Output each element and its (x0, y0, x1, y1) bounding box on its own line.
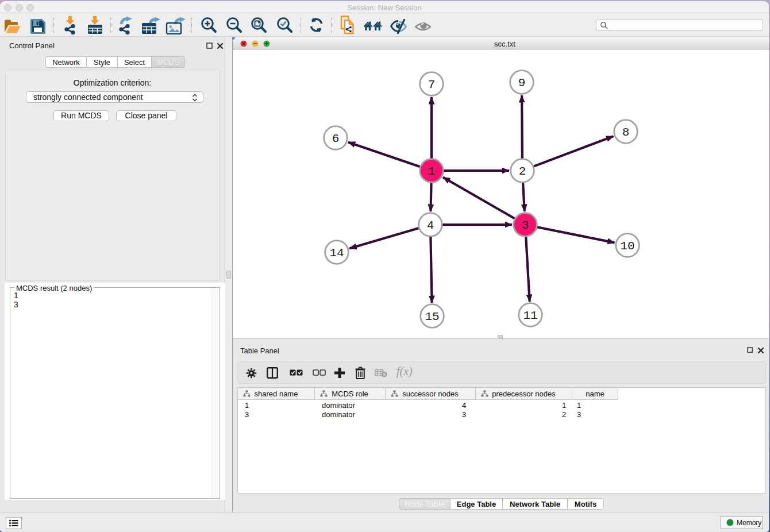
svg-text:6: 6 (332, 132, 340, 145)
svg-text:4: 4 (427, 219, 434, 232)
svg-text:15: 15 (425, 310, 439, 323)
svg-text:8: 8 (622, 126, 630, 139)
svg-text:9: 9 (518, 76, 526, 90)
svg-text:14: 14 (329, 246, 344, 260)
svg-text:11: 11 (523, 309, 537, 322)
svg-text:2: 2 (519, 165, 526, 178)
svg-text:1: 1 (428, 165, 436, 178)
svg-text:10: 10 (620, 240, 634, 253)
svg-text:3: 3 (522, 219, 529, 232)
svg-text:7: 7 (428, 78, 436, 91)
